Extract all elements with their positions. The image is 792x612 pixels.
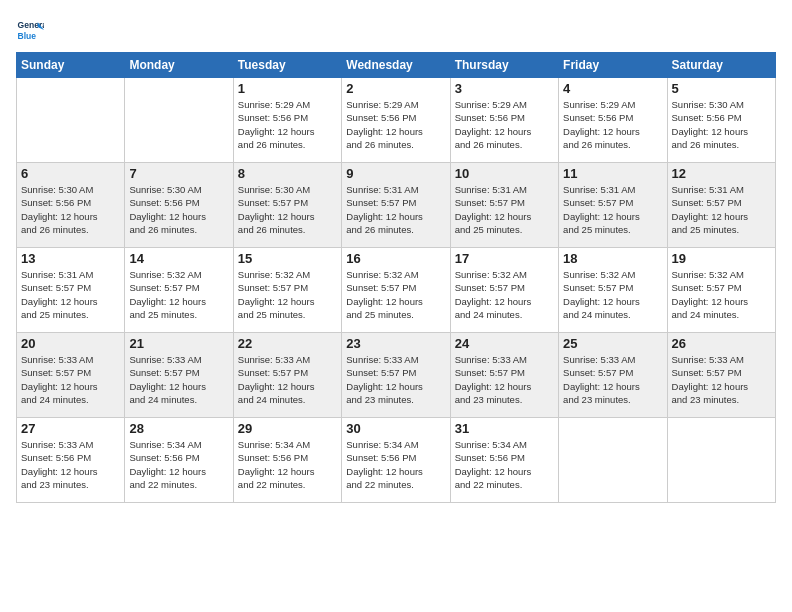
calendar-cell: 27Sunrise: 5:33 AM Sunset: 5:56 PM Dayli…: [17, 418, 125, 503]
day-info: Sunrise: 5:29 AM Sunset: 5:56 PM Dayligh…: [455, 98, 554, 151]
calendar-cell: 14Sunrise: 5:32 AM Sunset: 5:57 PM Dayli…: [125, 248, 233, 333]
logo-icon: General Blue: [16, 16, 44, 44]
day-info: Sunrise: 5:33 AM Sunset: 5:57 PM Dayligh…: [672, 353, 771, 406]
calendar-cell: 30Sunrise: 5:34 AM Sunset: 5:56 PM Dayli…: [342, 418, 450, 503]
day-info: Sunrise: 5:32 AM Sunset: 5:57 PM Dayligh…: [563, 268, 662, 321]
calendar-cell: 6Sunrise: 5:30 AM Sunset: 5:56 PM Daylig…: [17, 163, 125, 248]
day-number: 23: [346, 336, 445, 351]
day-info: Sunrise: 5:31 AM Sunset: 5:57 PM Dayligh…: [346, 183, 445, 236]
day-number: 28: [129, 421, 228, 436]
day-number: 24: [455, 336, 554, 351]
day-number: 18: [563, 251, 662, 266]
calendar-cell: 20Sunrise: 5:33 AM Sunset: 5:57 PM Dayli…: [17, 333, 125, 418]
calendar-cell: 13Sunrise: 5:31 AM Sunset: 5:57 PM Dayli…: [17, 248, 125, 333]
day-number: 31: [455, 421, 554, 436]
calendar-cell: 4Sunrise: 5:29 AM Sunset: 5:56 PM Daylig…: [559, 78, 667, 163]
day-number: 20: [21, 336, 120, 351]
calendar-cell: 8Sunrise: 5:30 AM Sunset: 5:57 PM Daylig…: [233, 163, 341, 248]
day-info: Sunrise: 5:30 AM Sunset: 5:56 PM Dayligh…: [129, 183, 228, 236]
calendar-cell: 7Sunrise: 5:30 AM Sunset: 5:56 PM Daylig…: [125, 163, 233, 248]
day-info: Sunrise: 5:34 AM Sunset: 5:56 PM Dayligh…: [455, 438, 554, 491]
calendar-cell: 15Sunrise: 5:32 AM Sunset: 5:57 PM Dayli…: [233, 248, 341, 333]
day-number: 26: [672, 336, 771, 351]
weekday-header-thursday: Thursday: [450, 53, 558, 78]
calendar-cell: 9Sunrise: 5:31 AM Sunset: 5:57 PM Daylig…: [342, 163, 450, 248]
calendar-cell: 2Sunrise: 5:29 AM Sunset: 5:56 PM Daylig…: [342, 78, 450, 163]
day-info: Sunrise: 5:31 AM Sunset: 5:57 PM Dayligh…: [455, 183, 554, 236]
calendar-cell: 31Sunrise: 5:34 AM Sunset: 5:56 PM Dayli…: [450, 418, 558, 503]
day-info: Sunrise: 5:33 AM Sunset: 5:57 PM Dayligh…: [346, 353, 445, 406]
day-number: 9: [346, 166, 445, 181]
day-number: 27: [21, 421, 120, 436]
weekday-header-sunday: Sunday: [17, 53, 125, 78]
calendar-cell: 23Sunrise: 5:33 AM Sunset: 5:57 PM Dayli…: [342, 333, 450, 418]
day-info: Sunrise: 5:33 AM Sunset: 5:57 PM Dayligh…: [21, 353, 120, 406]
day-info: Sunrise: 5:33 AM Sunset: 5:57 PM Dayligh…: [455, 353, 554, 406]
calendar-cell: 21Sunrise: 5:33 AM Sunset: 5:57 PM Dayli…: [125, 333, 233, 418]
day-number: 16: [346, 251, 445, 266]
calendar-table: SundayMondayTuesdayWednesdayThursdayFrid…: [16, 52, 776, 503]
day-number: 19: [672, 251, 771, 266]
day-number: 25: [563, 336, 662, 351]
day-info: Sunrise: 5:33 AM Sunset: 5:56 PM Dayligh…: [21, 438, 120, 491]
weekday-header-tuesday: Tuesday: [233, 53, 341, 78]
day-info: Sunrise: 5:29 AM Sunset: 5:56 PM Dayligh…: [238, 98, 337, 151]
day-number: 10: [455, 166, 554, 181]
calendar-cell: 24Sunrise: 5:33 AM Sunset: 5:57 PM Dayli…: [450, 333, 558, 418]
calendar-cell: 28Sunrise: 5:34 AM Sunset: 5:56 PM Dayli…: [125, 418, 233, 503]
day-number: 22: [238, 336, 337, 351]
day-info: Sunrise: 5:34 AM Sunset: 5:56 PM Dayligh…: [346, 438, 445, 491]
day-info: Sunrise: 5:30 AM Sunset: 5:56 PM Dayligh…: [672, 98, 771, 151]
weekday-header-friday: Friday: [559, 53, 667, 78]
day-number: 1: [238, 81, 337, 96]
calendar-cell: 16Sunrise: 5:32 AM Sunset: 5:57 PM Dayli…: [342, 248, 450, 333]
page-header: General Blue: [16, 16, 776, 44]
day-number: 11: [563, 166, 662, 181]
day-number: 29: [238, 421, 337, 436]
day-info: Sunrise: 5:30 AM Sunset: 5:57 PM Dayligh…: [238, 183, 337, 236]
day-info: Sunrise: 5:30 AM Sunset: 5:56 PM Dayligh…: [21, 183, 120, 236]
calendar-cell: 29Sunrise: 5:34 AM Sunset: 5:56 PM Dayli…: [233, 418, 341, 503]
day-info: Sunrise: 5:33 AM Sunset: 5:57 PM Dayligh…: [129, 353, 228, 406]
day-info: Sunrise: 5:34 AM Sunset: 5:56 PM Dayligh…: [238, 438, 337, 491]
svg-text:Blue: Blue: [18, 31, 37, 41]
day-number: 6: [21, 166, 120, 181]
day-number: 8: [238, 166, 337, 181]
calendar-cell: [559, 418, 667, 503]
day-number: 21: [129, 336, 228, 351]
day-number: 12: [672, 166, 771, 181]
calendar-cell: 1Sunrise: 5:29 AM Sunset: 5:56 PM Daylig…: [233, 78, 341, 163]
calendar-cell: 3Sunrise: 5:29 AM Sunset: 5:56 PM Daylig…: [450, 78, 558, 163]
day-number: 5: [672, 81, 771, 96]
calendar-cell: [667, 418, 775, 503]
day-number: 15: [238, 251, 337, 266]
calendar-cell: 25Sunrise: 5:33 AM Sunset: 5:57 PM Dayli…: [559, 333, 667, 418]
day-info: Sunrise: 5:33 AM Sunset: 5:57 PM Dayligh…: [563, 353, 662, 406]
day-number: 14: [129, 251, 228, 266]
day-info: Sunrise: 5:32 AM Sunset: 5:57 PM Dayligh…: [129, 268, 228, 321]
day-info: Sunrise: 5:34 AM Sunset: 5:56 PM Dayligh…: [129, 438, 228, 491]
calendar-cell: 18Sunrise: 5:32 AM Sunset: 5:57 PM Dayli…: [559, 248, 667, 333]
day-number: 17: [455, 251, 554, 266]
calendar-cell: 12Sunrise: 5:31 AM Sunset: 5:57 PM Dayli…: [667, 163, 775, 248]
weekday-header-wednesday: Wednesday: [342, 53, 450, 78]
calendar-cell: 17Sunrise: 5:32 AM Sunset: 5:57 PM Dayli…: [450, 248, 558, 333]
day-number: 13: [21, 251, 120, 266]
calendar-cell: 19Sunrise: 5:32 AM Sunset: 5:57 PM Dayli…: [667, 248, 775, 333]
logo: General Blue: [16, 16, 48, 44]
weekday-header-saturday: Saturday: [667, 53, 775, 78]
day-info: Sunrise: 5:33 AM Sunset: 5:57 PM Dayligh…: [238, 353, 337, 406]
day-info: Sunrise: 5:31 AM Sunset: 5:57 PM Dayligh…: [672, 183, 771, 236]
day-info: Sunrise: 5:29 AM Sunset: 5:56 PM Dayligh…: [563, 98, 662, 151]
day-info: Sunrise: 5:32 AM Sunset: 5:57 PM Dayligh…: [346, 268, 445, 321]
day-number: 4: [563, 81, 662, 96]
day-number: 7: [129, 166, 228, 181]
day-info: Sunrise: 5:32 AM Sunset: 5:57 PM Dayligh…: [672, 268, 771, 321]
calendar-cell: 5Sunrise: 5:30 AM Sunset: 5:56 PM Daylig…: [667, 78, 775, 163]
day-number: 2: [346, 81, 445, 96]
calendar-cell: 11Sunrise: 5:31 AM Sunset: 5:57 PM Dayli…: [559, 163, 667, 248]
day-info: Sunrise: 5:29 AM Sunset: 5:56 PM Dayligh…: [346, 98, 445, 151]
calendar-cell: 22Sunrise: 5:33 AM Sunset: 5:57 PM Dayli…: [233, 333, 341, 418]
calendar-cell: [125, 78, 233, 163]
calendar-cell: [17, 78, 125, 163]
